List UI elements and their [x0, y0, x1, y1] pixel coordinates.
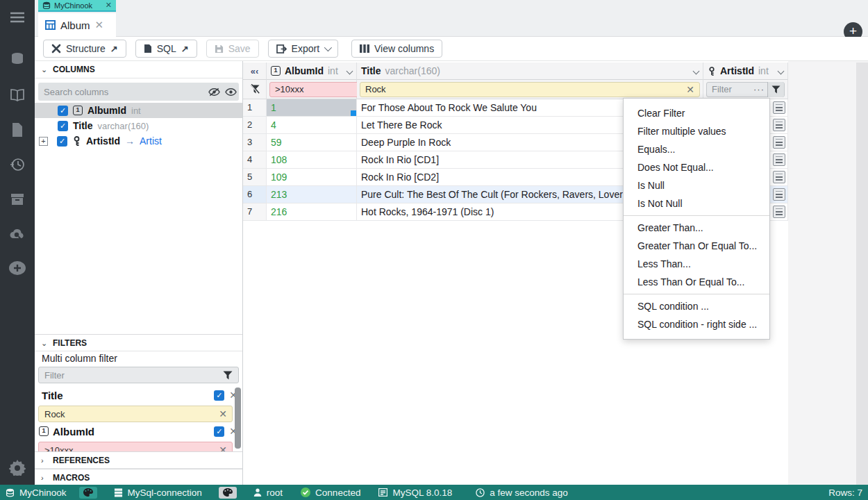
close-icon[interactable]: ✕	[95, 19, 104, 31]
menu-item-filter-multiple-values[interactable]: Filter multiple values	[624, 122, 769, 140]
close-icon[interactable]: ✕	[106, 1, 112, 10]
eye-off-icon[interactable]	[206, 88, 222, 97]
columns-section-header[interactable]: ⌄COLUMNS	[35, 61, 242, 78]
checkbox-checked[interactable]: ✓	[214, 390, 224, 401]
structure-button[interactable]: Structure↗	[43, 40, 126, 58]
references-section-header[interactable]: ›REFERENCES	[35, 451, 242, 469]
sql-button[interactable]: SQL↗	[135, 40, 197, 58]
database-color-button[interactable]	[79, 487, 97, 499]
cell-albumid[interactable]: 108	[267, 151, 357, 169]
sql-label: SQL	[157, 43, 176, 54]
menu-item-does-not-equal[interactable]: Does Not Equal...	[624, 158, 769, 176]
tab-album[interactable]: Album ✕	[38, 13, 116, 37]
column-header-albumid[interactable]: 1 AlbumId int	[267, 62, 357, 80]
row-number[interactable]: 7	[243, 203, 267, 221]
filters-section-header[interactable]: ⌄FILTERS	[35, 334, 242, 351]
cell-albumid[interactable]: 213	[267, 186, 357, 203]
menu-item-less-than[interactable]: Less Than...	[624, 255, 769, 273]
row-number[interactable]: 5	[243, 169, 267, 186]
chevron-down-icon[interactable]	[347, 67, 353, 74]
filter-title-value-input[interactable]	[39, 409, 214, 419]
row-number[interactable]: 3	[243, 134, 267, 151]
cell-albumid[interactable]: 216	[267, 203, 357, 221]
clear-icon[interactable]: ✕	[214, 408, 232, 419]
file-icon[interactable]	[0, 119, 35, 140]
view-columns-button[interactable]: View columns	[351, 40, 442, 58]
cell-albumid[interactable]: 109	[267, 169, 357, 186]
eye-icon[interactable]	[222, 88, 239, 97]
menu-item-greater-than-or-equal[interactable]: Greater Than Or Equal To...	[624, 237, 769, 255]
reference-link[interactable]: Artist	[140, 135, 162, 147]
chevron-down-icon[interactable]	[778, 67, 785, 74]
menu-icon[interactable]	[0, 7, 35, 28]
connection-color-button[interactable]	[219, 487, 237, 499]
table-row: 1 1 For Those About To Rock We Salute Yo…	[243, 99, 333, 117]
column-item-albumid[interactable]: ✓ 1 AlbumId int	[35, 103, 242, 118]
menu-item-sql-condition[interactable]: SQL condition ...	[624, 297, 769, 315]
column-header-artistid[interactable]: ArtistId int	[703, 62, 788, 80]
clear-all-filters-cell[interactable]	[243, 80, 267, 99]
status-database[interactable]: MyChinook	[6, 488, 67, 498]
vertical-scrollbar[interactable]	[856, 62, 868, 485]
cell-albumid-selected[interactable]: 1	[267, 99, 357, 117]
menu-separator	[624, 294, 769, 294]
multi-column-filter-input[interactable]	[39, 370, 223, 381]
form-view-icon[interactable]	[773, 206, 785, 218]
filter-menu-dots[interactable]: ···	[753, 84, 767, 94]
menu-item-is-null[interactable]: Is Null	[624, 176, 769, 194]
left-icon-rail	[0, 0, 35, 485]
form-view-icon[interactable]	[773, 188, 785, 201]
connection-tab[interactable]: MyChinook ✕	[38, 0, 116, 12]
database-icon[interactable]	[0, 49, 35, 69]
checkbox-checked[interactable]: ✓	[214, 426, 224, 437]
checkbox-checked[interactable]: ✓	[58, 106, 68, 116]
history-icon[interactable]	[0, 154, 35, 175]
export-label: Export	[292, 43, 319, 54]
column-header-title[interactable]: Title varchar(160)	[357, 62, 703, 80]
artistid-filter-input[interactable]	[707, 84, 753, 94]
cell-albumid[interactable]: 59	[267, 134, 357, 151]
column-item-artistid[interactable]: + ✓ ArtistId → Artist	[35, 133, 242, 149]
menu-item-greater-than[interactable]: Greater Than...	[624, 219, 769, 237]
collapse-columns-header[interactable]: «‹	[243, 62, 267, 80]
export-button[interactable]: Export	[268, 40, 338, 58]
archive-icon[interactable]	[0, 189, 35, 210]
menu-item-is-not-null[interactable]: Is Not Null	[624, 194, 769, 212]
add-connection-icon[interactable]	[0, 258, 35, 278]
menu-item-sql-condition-right-side[interactable]: SQL condition - right side ...	[624, 315, 769, 333]
settings-gear-icon[interactable]	[0, 457, 35, 478]
filter-dropdown-button[interactable]	[767, 82, 784, 97]
row-number[interactable]: 1	[243, 99, 267, 117]
row-number[interactable]: 2	[243, 117, 267, 134]
row-number[interactable]: 6	[243, 186, 267, 203]
menu-item-clear-filter[interactable]: Clear Filter	[624, 104, 769, 122]
row-number[interactable]: 4	[243, 151, 267, 169]
columns-section-title: COLUMNS	[53, 65, 95, 74]
expand-icon[interactable]: +	[39, 137, 48, 146]
column-item-title[interactable]: ✓ Title varchar(160)	[35, 118, 242, 133]
status-connection[interactable]: MySql-connection	[114, 488, 202, 498]
form-view-icon[interactable]	[773, 171, 785, 183]
title-filter-input[interactable]	[360, 84, 681, 94]
form-view-icon[interactable]	[773, 119, 785, 131]
status-version-label: MySQL 8.0.18	[392, 488, 452, 498]
clear-icon[interactable]: ✕	[681, 84, 699, 95]
form-view-icon[interactable]	[773, 101, 785, 114]
book-icon[interactable]	[0, 85, 35, 106]
menu-item-equals[interactable]: Equals...	[624, 140, 769, 158]
cell-albumid[interactable]: 4	[267, 117, 357, 134]
chevron-down-icon[interactable]	[693, 67, 700, 74]
chevron-right-icon: ›	[41, 469, 44, 485]
form-view-icon[interactable]	[773, 136, 785, 149]
cloud-search-icon[interactable]	[0, 224, 35, 244]
checkbox-checked[interactable]: ✓	[58, 121, 68, 131]
macros-section-header[interactable]: ›MACROS	[35, 469, 242, 485]
form-view-icon[interactable]	[773, 153, 785, 166]
status-user[interactable]: root	[253, 488, 283, 498]
menu-item-less-than-or-equal[interactable]: Less Than Or Equal To...	[624, 273, 769, 291]
filter-cell-artistid: ···	[703, 80, 788, 99]
filters-scrollbar[interactable]	[235, 388, 241, 449]
checkbox-checked[interactable]: ✓	[57, 136, 67, 147]
fill-handle[interactable]	[351, 110, 356, 116]
search-columns-input[interactable]	[38, 87, 206, 97]
